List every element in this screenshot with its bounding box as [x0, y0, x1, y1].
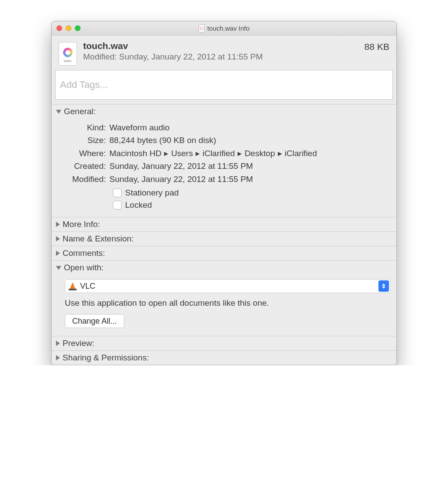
- modified-value: Sunday, January 22, 2012 at 11:55 PM: [109, 173, 391, 185]
- section-header-comments[interactable]: Comments:: [52, 246, 396, 260]
- stationery-pad-label: Stationery pad: [125, 188, 179, 198]
- close-button[interactable]: [56, 25, 62, 31]
- created-label: Created:: [57, 160, 109, 172]
- disclosure-triangle-icon: [56, 341, 60, 346]
- minimize-button[interactable]: [66, 25, 71, 31]
- created-value: Sunday, January 22, 2012 at 11:55 PM: [109, 160, 391, 172]
- file-icon: WAV: [59, 42, 77, 66]
- section-title-general: General:: [64, 107, 96, 116]
- path-separator-icon: ▸: [278, 149, 282, 158]
- section-title-comments: Comments:: [63, 248, 105, 258]
- vlc-icon: [69, 282, 77, 290]
- section-title-open-with: Open with:: [64, 263, 104, 272]
- info-window: touch.wav Info WAV touch.wav Modified: S…: [51, 21, 397, 365]
- where-value: Macintosh HD▸Users▸iClarified▸Desktop▸iC…: [109, 147, 391, 160]
- path-separator-icon: ▸: [164, 149, 168, 158]
- disclosure-triangle-icon: [56, 222, 60, 227]
- section-title-more-info: More Info:: [63, 220, 100, 229]
- locked-checkbox[interactable]: [113, 201, 122, 210]
- where-label: Where:: [57, 147, 109, 160]
- disclosure-triangle-icon: [56, 355, 60, 360]
- document-icon: [199, 24, 205, 32]
- window-title: touch.wav Info: [207, 24, 250, 32]
- dropdown-stepper-icon: [378, 280, 389, 292]
- disclosure-triangle-icon: [56, 236, 60, 241]
- section-title-preview: Preview:: [63, 339, 94, 348]
- change-all-button[interactable]: Change All...: [65, 314, 124, 328]
- open-with-dropdown[interactable]: VLC: [65, 279, 390, 293]
- section-header-name-extension[interactable]: Name & Extension:: [52, 232, 396, 246]
- tags-section: [52, 70, 396, 104]
- window-title-group: touch.wav Info: [52, 24, 396, 32]
- traffic-lights: [52, 25, 80, 31]
- file-ext-badge: WAV: [64, 59, 72, 63]
- open-with-body: VLC Use this application to open all doc…: [52, 275, 396, 336]
- section-header-sharing-permissions[interactable]: Sharing & Permissions:: [52, 351, 396, 365]
- path-separator-icon: ▸: [196, 149, 200, 158]
- stationery-pad-checkbox[interactable]: [113, 189, 122, 197]
- file-modified-line: Modified: Sunday, January 22, 2012 at 11…: [83, 52, 364, 62]
- section-open-with: Open with: VLC Use this application to o…: [52, 260, 396, 336]
- disclosure-triangle-icon: [56, 266, 61, 270]
- titlebar[interactable]: touch.wav Info: [52, 21, 396, 35]
- file-header: WAV touch.wav Modified: Sunday, January …: [52, 35, 396, 70]
- kind-value: Waveform audio: [109, 121, 391, 134]
- disclosure-triangle-icon: [56, 251, 60, 256]
- tags-input[interactable]: [55, 70, 393, 100]
- section-header-general[interactable]: General:: [52, 105, 396, 119]
- section-sharing-permissions: Sharing & Permissions:: [52, 350, 396, 365]
- section-comments: Comments:: [52, 246, 396, 260]
- section-general: General: Kind: Waveform audio Size: 88,2…: [52, 104, 396, 217]
- section-header-more-info[interactable]: More Info:: [52, 217, 396, 231]
- section-header-preview[interactable]: Preview:: [52, 336, 396, 350]
- section-more-info: More Info:: [52, 217, 396, 231]
- size-label: Size:: [57, 134, 109, 147]
- section-name-extension: Name & Extension:: [52, 231, 396, 246]
- modified-label: Modified:: [57, 173, 109, 185]
- path-separator-icon: ▸: [238, 149, 242, 158]
- section-title-name-extension: Name & Extension:: [63, 234, 134, 244]
- disclosure-triangle-icon: [56, 110, 61, 114]
- general-body: Kind: Waveform audio Size: 88,244 bytes …: [52, 119, 396, 217]
- kind-label: Kind:: [57, 121, 109, 134]
- locked-label: Locked: [125, 200, 152, 210]
- section-header-open-with[interactable]: Open with:: [52, 261, 396, 275]
- open-with-hint: Use this application to open all documen…: [65, 298, 390, 308]
- section-preview: Preview:: [52, 336, 396, 350]
- file-size: 88 KB: [364, 42, 389, 52]
- file-name: touch.wav: [83, 41, 364, 51]
- section-title-sharing-permissions: Sharing & Permissions:: [63, 353, 149, 363]
- size-value: 88,244 bytes (90 KB on disk): [109, 134, 391, 147]
- open-with-app-name: VLC: [80, 282, 95, 291]
- zoom-button[interactable]: [75, 25, 80, 31]
